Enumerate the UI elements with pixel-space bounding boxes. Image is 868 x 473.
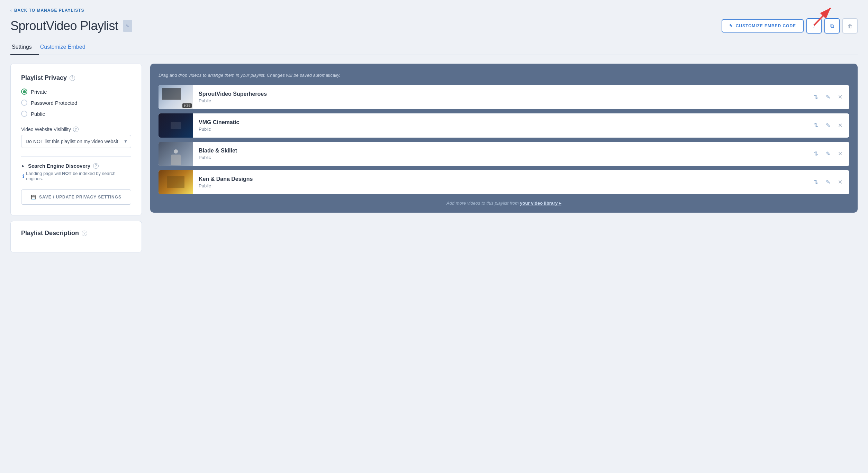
save-privacy-button[interactable]: 💾 SAVE / UPDATE PRIVACY SETTINGS xyxy=(21,189,131,205)
trash-icon: 🗑 xyxy=(848,23,853,29)
thumb-decor xyxy=(171,122,181,129)
video-actions: ⇅ ✎ ✕ xyxy=(812,121,844,130)
radio-public-label: Public xyxy=(31,111,45,117)
delete-button[interactable]: 🗑 xyxy=(842,18,858,34)
video-website-help-icon[interactable]: ? xyxy=(73,127,79,132)
person-silhouette xyxy=(170,149,182,166)
remove-video-button[interactable]: ✕ xyxy=(837,149,844,158)
save-button-label: SAVE / UPDATE PRIVACY SETTINGS xyxy=(39,195,121,200)
thumb-overlay-dark xyxy=(159,113,193,138)
radio-public[interactable]: Public xyxy=(21,111,131,117)
reorder-button[interactable]: ⇅ xyxy=(812,149,820,158)
header-actions: ✎ CUSTOMIZE EMBED CODE ⤴ ⧉ 🗑 xyxy=(722,18,858,34)
remove-video-button[interactable]: ✕ xyxy=(837,177,844,187)
edit-video-button[interactable]: ✎ xyxy=(824,121,832,130)
customize-embed-button[interactable]: ✎ CUSTOMIZE EMBED CODE xyxy=(722,19,804,33)
edit-video-button[interactable]: ✎ xyxy=(824,92,832,102)
remove-video-button[interactable]: ✕ xyxy=(837,92,844,102)
edit-video-button[interactable]: ✎ xyxy=(824,149,832,158)
remove-video-button[interactable]: ✕ xyxy=(837,121,844,130)
copy-embed-button[interactable]: ⧉ xyxy=(824,18,840,34)
edit-video-button[interactable]: ✎ xyxy=(824,177,832,187)
reorder-icon: ⇅ xyxy=(814,122,818,129)
video-item: VMG Cinematic Public ⇅ ✎ ✕ xyxy=(159,113,849,138)
info-circle-icon: ℹ xyxy=(22,174,24,179)
video-actions: ⇅ ✎ ✕ xyxy=(812,92,844,102)
thumb-item-shape xyxy=(167,176,184,188)
video-privacy-label: Public xyxy=(199,127,807,132)
video-info: SproutVideo Superheroes Public xyxy=(199,91,807,103)
search-engine-title: Search Engine Discovery xyxy=(28,163,90,169)
video-info: Ken & Dana Designs Public xyxy=(199,176,807,188)
video-title: Ken & Dana Designs xyxy=(199,176,807,182)
privacy-help-icon[interactable]: ? xyxy=(70,75,75,81)
page-title: SproutVideo Playlist xyxy=(10,19,118,33)
video-website-select[interactable]: Do NOT list this playlist on my video we… xyxy=(21,135,131,148)
search-engine-info: ℹ Landing page will NOT be indexed by se… xyxy=(22,171,131,181)
thumb-screen-decor xyxy=(162,88,181,100)
playlist-description-title: Playlist Description ? xyxy=(21,230,131,237)
edit-icon: ✎ xyxy=(826,122,830,129)
search-engine-header[interactable]: ► Search Engine Discovery ? xyxy=(21,163,131,169)
edit-title-button[interactable]: ✎ xyxy=(123,20,132,32)
pencil-icon: ✎ xyxy=(126,24,129,29)
back-link[interactable]: ‹ BACK TO MANAGE PLAYLISTS xyxy=(10,8,84,13)
share-button[interactable]: ⤴ xyxy=(806,18,822,34)
edit-icon: ✎ xyxy=(729,24,733,28)
privacy-settings-card: Playlist Privacy ? Private Password Pr xyxy=(10,64,142,215)
close-icon: ✕ xyxy=(838,179,842,185)
reorder-icon: ⇅ xyxy=(814,179,818,185)
description-help-icon[interactable]: ? xyxy=(82,231,87,236)
close-icon: ✕ xyxy=(838,151,842,157)
reorder-icon: ⇅ xyxy=(814,150,818,157)
radio-password-label: Password Protected xyxy=(31,100,77,106)
video-thumbnail xyxy=(159,113,193,138)
video-info: VMG Cinematic Public xyxy=(199,119,807,132)
video-thumbnail xyxy=(159,170,193,194)
video-item: 9:26 SproutVideo Superheroes Public ⇅ ✎ xyxy=(159,85,849,109)
video-list: 9:26 SproutVideo Superheroes Public ⇅ ✎ xyxy=(159,85,849,194)
radio-private-label: Private xyxy=(31,89,47,95)
radio-private-dot xyxy=(23,90,26,93)
edit-icon: ✎ xyxy=(826,179,830,185)
video-actions: ⇅ ✎ ✕ xyxy=(812,149,844,158)
radio-password[interactable]: Password Protected xyxy=(21,100,131,106)
video-thumbnail: 9:26 xyxy=(159,85,193,109)
video-privacy-label: Public xyxy=(199,183,807,188)
video-thumbnail xyxy=(159,142,193,166)
drag-hint-text: Drag and drop videos to arrange them in … xyxy=(159,72,849,79)
video-duration: 9:26 xyxy=(182,103,192,108)
add-more-text: Add more videos to this playlist from yo… xyxy=(159,201,849,206)
video-title: SproutVideo Superheroes xyxy=(199,91,807,97)
playlist-description-section: Playlist Description ? xyxy=(10,221,142,252)
page-title-area: SproutVideo Playlist ✎ xyxy=(10,19,132,33)
video-library-link[interactable]: your video library ▸ xyxy=(520,201,561,206)
video-actions: ⇅ ✎ ✕ xyxy=(812,177,844,187)
share-icon: ⤴ xyxy=(813,23,815,29)
radio-private-circle xyxy=(21,89,27,95)
search-engine-section: ► Search Engine Discovery ? ℹ Landing pa… xyxy=(21,156,131,181)
video-website-select-wrapper: Do NOT list this playlist on my video we… xyxy=(21,135,131,148)
video-item: Ken & Dana Designs Public ⇅ ✎ ✕ xyxy=(159,170,849,194)
video-title: Blade & Skillet xyxy=(199,148,807,154)
back-link-label: BACK TO MANAGE PLAYLISTS xyxy=(14,8,84,13)
head-shape xyxy=(174,149,178,154)
privacy-radio-group: Private Password Protected Public xyxy=(21,89,131,117)
video-title: VMG Cinematic xyxy=(199,119,807,126)
tabs-bar: Settings Customize Embed xyxy=(10,40,858,55)
right-panel: Drag and drop videos to arrange them in … xyxy=(150,64,858,213)
radio-private[interactable]: Private xyxy=(21,89,131,95)
reorder-button[interactable]: ⇅ xyxy=(812,177,820,187)
tab-settings[interactable]: Settings xyxy=(10,40,39,55)
back-chevron-icon: ‹ xyxy=(10,8,12,13)
search-engine-help-icon[interactable]: ? xyxy=(93,163,99,169)
video-website-label: Video Website Visibility ? xyxy=(21,127,131,132)
tab-customize-embed[interactable]: Customize Embed xyxy=(39,40,92,55)
reorder-button[interactable]: ⇅ xyxy=(812,92,820,102)
video-item: Blade & Skillet Public ⇅ ✎ ✕ xyxy=(159,142,849,166)
reorder-button[interactable]: ⇅ xyxy=(812,121,820,130)
close-icon: ✕ xyxy=(838,122,842,128)
radio-public-circle xyxy=(21,111,27,117)
edit-icon: ✎ xyxy=(826,94,830,100)
customize-embed-label: CUSTOMIZE EMBED CODE xyxy=(736,24,796,28)
